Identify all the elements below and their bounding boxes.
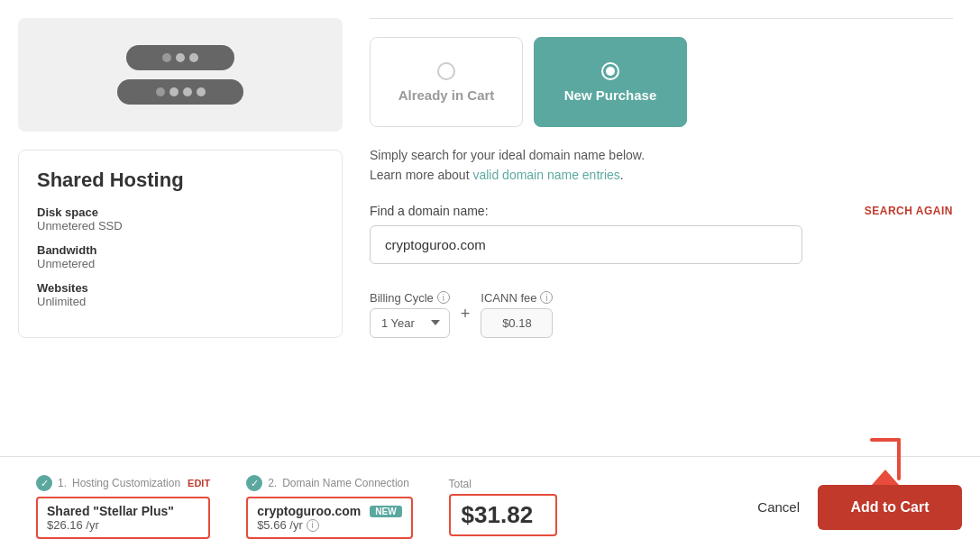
spec-websites: Websites Unlimited	[37, 281, 324, 308]
billing-cycle-group: Billing Cycle i 1 Year 2 Years 3 Years	[370, 291, 450, 338]
step-1-check-icon: ✓	[36, 475, 52, 491]
toggle-group: Already in Cart New Purchase	[370, 37, 953, 127]
bottom-bar: ✓ 1. Hosting Customization EDIT Shared "…	[0, 456, 980, 557]
step-1-label: Hosting Customization	[72, 477, 180, 489]
total-amount: $31.82	[462, 501, 534, 528]
billing-cycle-info-icon[interactable]: i	[437, 291, 450, 304]
valid-domain-link[interactable]: valid domain name entries	[472, 168, 619, 182]
server-dot-6	[183, 87, 192, 96]
icann-fee-label: ICANN fee i	[481, 291, 553, 305]
server-icon	[117, 45, 243, 105]
product-info: Shared Hosting Disk space Unmetered SSD …	[18, 150, 343, 338]
product-icon-box	[18, 18, 343, 132]
step-2-header: ✓ 2. Domain Name Connection	[246, 475, 412, 491]
step-2-content-box: cryptoguroo.com NEW $5.66 /yr i	[246, 497, 412, 539]
description-period: .	[620, 168, 624, 182]
description-line1: Simply search for your ideal domain name…	[370, 148, 645, 162]
radio-outer-active	[601, 62, 619, 80]
spec-bandwidth-value: Unmetered	[37, 257, 324, 270]
step-2-check-icon: ✓	[246, 475, 262, 491]
domain-label-row: Find a domain name: SEARCH AGAIN	[370, 204, 953, 218]
spec-disk-space: Disk space Unmetered SSD	[37, 205, 324, 233]
server-dot-2	[176, 53, 185, 62]
spec-websites-label: Websites	[37, 281, 324, 295]
svg-marker-2	[872, 470, 899, 485]
server-dot-5	[169, 87, 179, 96]
step-1-product-price: $26.16 /yr	[47, 518, 199, 532]
step-1-product-name: Shared "Stellar Plus"	[47, 504, 199, 518]
step-2-product-price: $5.66 /yr	[257, 518, 303, 532]
arrow-indicator	[863, 435, 908, 492]
description-text: Simply search for your ideal domain name…	[370, 145, 953, 186]
spec-disk-value: Unmetered SSD	[37, 219, 324, 233]
total-amount-box: $31.82	[449, 494, 557, 536]
left-panel: Shared Hosting Disk space Unmetered SSD …	[18, 18, 343, 438]
radio-inner	[606, 67, 615, 76]
step-2-new-badge: NEW	[370, 506, 401, 517]
right-panel: Already in Cart New Purchase Simply sear…	[370, 18, 953, 438]
step-1-item: ✓ 1. Hosting Customization EDIT Shared "…	[18, 468, 228, 546]
billing-row: Billing Cycle i 1 Year 2 Years 3 Years +…	[370, 291, 953, 338]
spec-disk-label: Disk space	[37, 205, 324, 219]
server-dot-1	[162, 53, 171, 62]
step-2-number: 2.	[268, 477, 277, 489]
new-purchase-label: New Purchase	[564, 87, 657, 103]
spec-bandwidth: Bandwidth Unmetered	[37, 243, 324, 270]
new-purchase-toggle[interactable]: New Purchase	[534, 37, 687, 127]
step-1-number: 1.	[58, 477, 67, 489]
billing-cycle-select[interactable]: 1 Year 2 Years 3 Years	[370, 308, 450, 338]
icann-fee-value: $0.18	[481, 308, 553, 338]
find-domain-label: Find a domain name:	[370, 204, 489, 218]
product-title: Shared Hosting	[37, 169, 324, 192]
content-area: Shared Hosting Disk space Unmetered SSD …	[0, 0, 980, 456]
step-2-info-icon[interactable]: i	[307, 519, 319, 532]
main-container: Shared Hosting Disk space Unmetered SSD …	[0, 0, 980, 557]
step-2-item: ✓ 2. Domain Name Connection cryptoguroo.…	[228, 468, 430, 546]
billing-cycle-label: Billing Cycle i	[370, 291, 450, 305]
total-label: Total	[449, 478, 557, 490]
step-1-edit-link[interactable]: EDIT	[188, 478, 210, 489]
server-dot-4	[156, 87, 165, 96]
server-bar-top	[126, 45, 234, 70]
cancel-button[interactable]: Cancel	[757, 499, 800, 515]
plus-sign: +	[461, 305, 471, 324]
server-bar-bottom	[117, 79, 243, 105]
icann-fee-info-icon[interactable]: i	[540, 291, 553, 304]
step-2-product-name: cryptoguroo.com	[257, 504, 361, 518]
step-1-content-box: Shared "Stellar Plus" $26.16 /yr	[36, 497, 210, 539]
icann-fee-group: ICANN fee i $0.18	[481, 291, 553, 338]
top-divider	[370, 18, 953, 19]
already-in-cart-label: Already in Cart	[398, 87, 495, 103]
step-2-label: Domain Name Connection	[282, 477, 409, 489]
server-dot-3	[189, 53, 198, 62]
spec-bandwidth-label: Bandwidth	[37, 243, 324, 257]
server-dot-7	[197, 87, 206, 96]
total-section: Total $31.82	[431, 470, 575, 543]
spec-websites-value: Unlimited	[37, 295, 324, 308]
already-in-cart-toggle[interactable]: Already in Cart	[370, 37, 523, 127]
radio-outer-inactive	[437, 62, 455, 80]
step-1-header: ✓ 1. Hosting Customization EDIT	[36, 475, 210, 491]
description-line2-prefix: Learn more about	[370, 168, 472, 182]
bottom-actions: Cancel Add to Cart	[757, 485, 962, 530]
search-again-button[interactable]: SEARCH AGAIN	[865, 205, 953, 217]
domain-input[interactable]	[370, 225, 802, 264]
